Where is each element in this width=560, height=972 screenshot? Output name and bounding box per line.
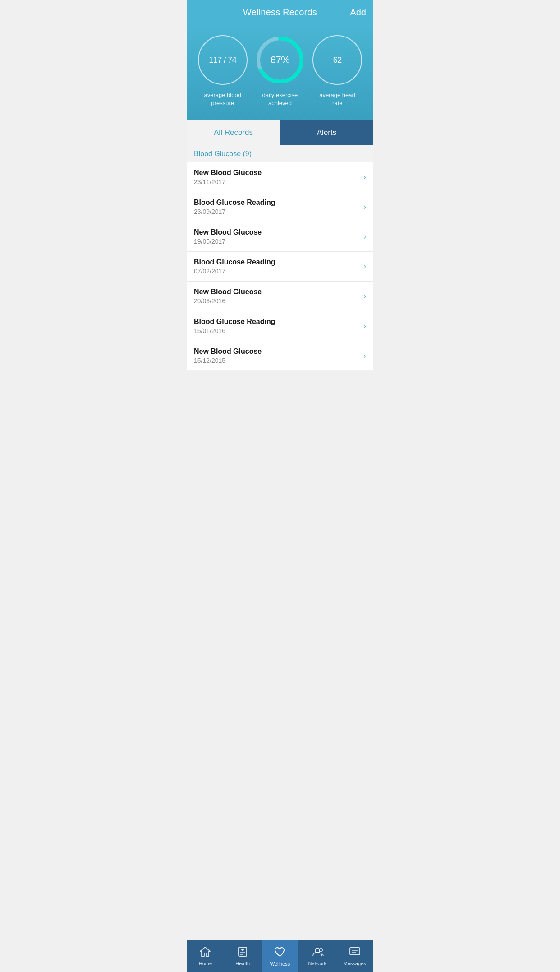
list-item-content: New Blood Glucose 15/12/2015 — [194, 347, 262, 364]
chevron-right-icon: › — [363, 202, 366, 212]
list-item-content: New Blood Glucose 23/11/2017 — [194, 169, 262, 185]
list-item-content: Blood Glucose Reading 07/02/2017 — [194, 258, 275, 275]
tab-alerts[interactable]: Alerts — [280, 120, 373, 145]
list-item-date: 19/05/2017 — [194, 238, 262, 245]
list-item-title: Blood Glucose Reading — [194, 199, 275, 207]
list-item-title: New Blood Glucose — [194, 288, 262, 296]
heart-rate-value: 62 — [333, 56, 342, 65]
list-item-content: New Blood Glucose 29/06/2016 — [194, 288, 262, 305]
stats-section: 117 / 74 average blood pressure 67% dail… — [187, 24, 373, 120]
list-item[interactable]: New Blood Glucose 29/06/2016 › — [187, 282, 373, 311]
blood-pressure-stat: 117 / 74 average blood pressure — [198, 35, 248, 107]
list-item[interactable]: New Blood Glucose 23/11/2017 › — [187, 162, 373, 192]
blood-pressure-circle: 117 / 74 — [198, 35, 248, 85]
list-item-title: Blood Glucose Reading — [194, 258, 275, 266]
list-item-date: 23/11/2017 — [194, 178, 262, 185]
exercise-label: daily exercise achieved — [257, 91, 303, 107]
heart-rate-circle: 62 — [312, 35, 362, 85]
list-item[interactable]: Blood Glucose Reading 15/01/2016 › — [187, 311, 373, 341]
list-item[interactable]: New Blood Glucose 19/05/2017 › — [187, 222, 373, 252]
list-item-date: 29/06/2016 — [194, 297, 262, 305]
blood-pressure-value: 117 / 74 — [209, 56, 236, 65]
add-button[interactable]: Add — [350, 7, 366, 18]
page-content: Wellness Records Add 117 / 74 average bl… — [187, 0, 373, 402]
chevron-right-icon: › — [363, 172, 366, 182]
list-item[interactable]: New Blood Glucose 15/12/2015 › — [187, 341, 373, 370]
exercise-circle: 67% — [255, 35, 305, 85]
chevron-right-icon: › — [363, 262, 366, 271]
list-item-date: 23/09/2017 — [194, 208, 275, 215]
page-title: Wellness Records — [243, 7, 317, 18]
list-item[interactable]: Blood Glucose Reading 07/02/2017 › — [187, 252, 373, 282]
blood-pressure-label: average blood pressure — [200, 91, 245, 107]
list-item-title: Blood Glucose Reading — [194, 318, 275, 326]
heart-rate-stat: 62 average heart rate — [312, 35, 362, 107]
chevron-right-icon: › — [363, 321, 366, 331]
chevron-right-icon: › — [363, 351, 366, 361]
chevron-right-icon: › — [363, 292, 366, 301]
list-item-content: Blood Glucose Reading 23/09/2017 — [194, 199, 275, 215]
list-item-content: Blood Glucose Reading 15/01/2016 — [194, 318, 275, 334]
header: Wellness Records Add — [187, 0, 373, 24]
exercise-stat: 67% daily exercise achieved — [255, 35, 305, 107]
tab-all-records[interactable]: All Records — [187, 120, 280, 145]
list-item-title: New Blood Glucose — [194, 228, 262, 236]
list-item[interactable]: Blood Glucose Reading 23/09/2017 › — [187, 192, 373, 222]
exercise-value: 67% — [271, 54, 290, 66]
tabs-container: All Records Alerts — [187, 120, 373, 145]
list-item-date: 07/02/2017 — [194, 268, 275, 275]
heart-rate-label: average heart rate — [315, 91, 360, 107]
list-item-date: 15/01/2016 — [194, 327, 275, 334]
list-item-title: New Blood Glucose — [194, 169, 262, 177]
chevron-right-icon: › — [363, 232, 366, 241]
records-list: New Blood Glucose 23/11/2017 › Blood Glu… — [187, 162, 373, 370]
list-item-date: 15/12/2015 — [194, 357, 262, 364]
list-item-title: New Blood Glucose — [194, 347, 262, 356]
section-header: Blood Glucose (9) — [187, 145, 373, 162]
list-item-content: New Blood Glucose 19/05/2017 — [194, 228, 262, 245]
